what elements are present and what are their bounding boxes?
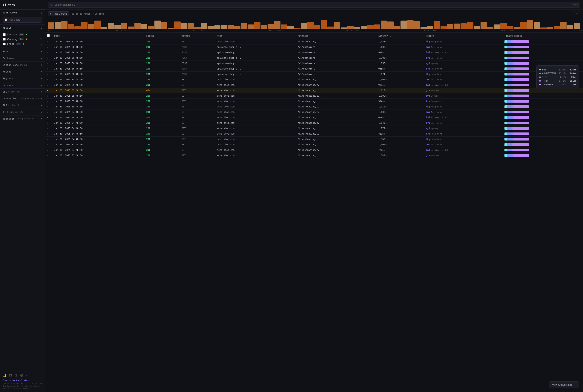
th-host[interactable]: Host (215, 33, 295, 39)
chevron-down-icon: ▼ (41, 111, 42, 113)
github-repo-label: View GitHub Repo (552, 384, 572, 386)
table-row[interactable]: Jan 30, 2025 06:48:30200POSTapi.acme-sho… (45, 44, 583, 50)
row-pathname: /bikes/racing/t... (295, 93, 376, 99)
th-latency[interactable]: Latency ⇅ (376, 33, 424, 39)
row-region: fraFrankfurt (424, 131, 502, 136)
row-method: GET (179, 104, 215, 110)
th-region[interactable]: Region (424, 33, 502, 39)
moon-icon[interactable]: 🌙 (3, 374, 6, 378)
filter-transfer[interactable]: Transfer timing.transfer ▼ (0, 116, 45, 122)
table-row[interactable]: Jan 30, 2025 04:48:30200GETacme-shop.com… (45, 136, 583, 142)
filter-method[interactable]: Method ▼ (0, 68, 45, 75)
filter-pathname[interactable]: Pathname ▼ (0, 55, 45, 62)
twitter-icon[interactable] (15, 374, 18, 378)
row-pathname: /v1/customers (295, 55, 376, 61)
filter-ttfb[interactable]: TTFB timing.ttfb ▼ (0, 109, 45, 116)
row-latency: 819ms (376, 131, 424, 136)
error-checkbox[interactable] (3, 42, 6, 45)
row-indicator (47, 122, 48, 124)
table-row[interactable]: Jan 30, 2025 05:48:30200GETacme-shop.com… (45, 77, 583, 82)
table-row[interactable]: Jan 30, 2025 06:48:30200POSTapi.acme-sho… (45, 61, 583, 66)
table-row[interactable]: Jan 30, 2025 05:48:30200GETacme-shop.com… (45, 104, 583, 110)
calendar-icon: 📅 (5, 18, 8, 21)
globe-icon[interactable] (20, 374, 23, 378)
sort-icon-date: ⇅ (62, 35, 63, 37)
th-date[interactable]: Date ⇅ (52, 33, 144, 39)
result-header[interactable]: Result ▲ (0, 25, 45, 31)
select-all-checkbox[interactable] (47, 34, 50, 37)
table-row[interactable]: Jan 30, 2025 03:48:30200GETacme-shop.com… (45, 153, 583, 158)
th-status[interactable]: Status (144, 33, 179, 39)
filter-connection[interactable]: Connection timing.connection ▼ (0, 95, 45, 102)
time-range-header[interactable]: Time Range ▲ (0, 10, 45, 16)
row-method: GET (179, 120, 215, 126)
date-picker-button[interactable]: 📅 Pick a date (3, 17, 42, 22)
table-row[interactable]: Jan 30, 2025 04:48:30200GETacme-shop.com… (45, 131, 583, 136)
table-row[interactable]: Jan 30, 2025 03:48:30200GETacme-shop.com… (45, 148, 583, 153)
table-row[interactable]: Jan 30, 2025 06:48:30200POSTapi.acme-sho… (45, 66, 583, 72)
search-input-wrap[interactable]: ⌘ K (48, 2, 580, 8)
filter-host[interactable]: Host ▼ (0, 48, 45, 55)
tooltip-label: TTFB (542, 80, 556, 82)
th-pathname[interactable]: Pathname (295, 33, 376, 39)
search-input[interactable] (55, 3, 570, 6)
bottom-icons-bar: 🌙 ⌘ (3, 374, 42, 378)
row-method: POST (179, 66, 215, 72)
table-row[interactable]: Jan 30, 2025 04:48:30200GETacme-shop.com… (45, 120, 583, 126)
row-checkbox-cell (45, 93, 52, 99)
table-row[interactable]: Jan 30, 2025 06:48:30200POSTapi.acme-sho… (45, 50, 583, 55)
result-label: Result (3, 26, 12, 29)
row-checkbox-cell (45, 126, 52, 131)
th-timing[interactable]: Timing Phases (502, 33, 583, 39)
filter-regions[interactable]: Regions ▼ (0, 75, 45, 82)
row-host: acme-shop.com (215, 120, 295, 126)
filter-dns-sub: timing.dns (8, 90, 20, 93)
error-dot (23, 43, 24, 45)
table-row[interactable]: Jan 30, 2025 05:48:30404GETacme-shop.com… (45, 88, 583, 93)
row-date: Jan 30, 2025 05:48:30 (52, 88, 144, 93)
settings-icon (576, 12, 578, 15)
hide-controls-button[interactable]: Hide Controls (48, 12, 69, 16)
table-row[interactable]: Jan 30, 2025 04:48:30200GETacme-shop.com… (45, 126, 583, 131)
github-icon[interactable] (9, 374, 12, 378)
row-method: GET (179, 115, 215, 120)
row-timing (502, 126, 583, 131)
tooltip-pct: 57.1% (557, 80, 565, 82)
row-pathname: /bikes/racing/t... (295, 77, 376, 82)
table-row[interactable]: Jan 30, 2025 05:48:30200GETacme-shop.com… (45, 99, 583, 104)
row-status: 200 (144, 39, 179, 44)
github-repo-button[interactable]: View GitHub Repo → (549, 381, 579, 388)
success-dot (26, 34, 27, 35)
table-row[interactable]: Jan 30, 2025 06:48:30200POSTapi.acme-sho… (45, 55, 583, 61)
filter-host-label: Host (3, 50, 9, 53)
table-row[interactable]: Jan 30, 2025 07:48:30200GETacme-shop.com… (45, 39, 583, 44)
th-method[interactable]: Method (179, 33, 215, 39)
row-status: 500 (144, 115, 179, 120)
filter-transfer-sub: timing.transfer (16, 118, 34, 120)
table-row[interactable]: Jan 30, 2025 04:48:30500GETacme-shop.com… (45, 115, 583, 120)
success-checkbox[interactable] (3, 33, 6, 36)
row-date: Jan 30, 2025 05:48:30 (52, 104, 144, 110)
table-row[interactable]: Jan 30, 2025 06:48:30200POSTapi.acme-sho… (45, 72, 583, 77)
chevron-down-icon: ▼ (41, 118, 42, 120)
table-row[interactable]: Jan 30, 2025 05:48:30200GETacme-shop.com… (45, 93, 583, 99)
table-row[interactable]: Jan 30, 2025 05:48:30200GETacme-shop.com… (45, 82, 583, 88)
row-indicator (47, 85, 48, 86)
filter-status-code[interactable]: Status Code status ▼ (0, 62, 45, 68)
filter-dns[interactable]: DNS timing.dns ▼ (0, 88, 45, 95)
th-checkbox[interactable] (45, 33, 52, 39)
filter-tls[interactable]: TLS timing.tls ▼ (0, 102, 45, 109)
row-indicator (47, 128, 48, 129)
row-date: Jan 30, 2025 04:48:30 (52, 126, 144, 131)
table-row[interactable]: Jan 30, 2025 03:48:30200GETacme-shop.com… (45, 142, 583, 148)
warning-checkbox[interactable] (3, 38, 6, 40)
command-icon[interactable]: ⌘ (26, 374, 28, 378)
table-row[interactable]: Jan 30, 2025 04:48:30200GETacme-shop.com… (45, 110, 583, 115)
row-date: Jan 30, 2025 06:48:30 (52, 50, 144, 55)
filter-latency[interactable]: Latency ▼ (0, 82, 45, 88)
time-range-section: Time Range ▲ 📅 Pick a date (0, 10, 45, 25)
success-badge: 2xx (19, 33, 24, 36)
settings-button[interactable] (574, 11, 580, 16)
row-region: amsAmsterdam (424, 110, 502, 115)
table-container[interactable]: Date ⇅ Status Method Host Pathname Laten… (45, 33, 583, 392)
